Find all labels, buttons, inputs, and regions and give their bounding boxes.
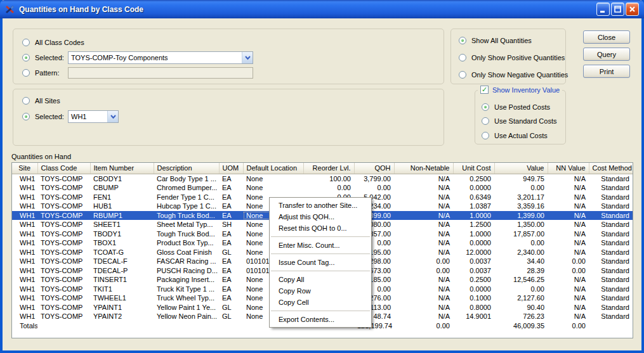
cell[interactable]: N/A (548, 303, 589, 312)
cell[interactable]: TINSERT1 (90, 275, 154, 285)
column-header-cost-method[interactable]: Cost Method (589, 163, 633, 174)
cell[interactable]: WH1 (12, 229, 37, 239)
cell[interactable]: 0.1000 (453, 293, 494, 303)
cell[interactable]: Standard (589, 183, 633, 193)
cell[interactable]: WH1 (12, 248, 37, 257)
radio-icon[interactable] (22, 113, 30, 120)
column-header-reorder-lvl[interactable]: Reorder Lvl. (303, 163, 354, 174)
radio-all-sites[interactable]: All Sites (22, 96, 60, 106)
cell[interactable]: N/A (548, 220, 589, 229)
cell[interactable]: Standard (589, 174, 633, 183)
cell[interactable]: Yellow Paint 1 Ye... (154, 303, 219, 312)
cell[interactable]: EA (219, 183, 243, 193)
radio-icon[interactable] (482, 117, 489, 125)
radio-selected-site[interactable]: Selected: (22, 112, 64, 122)
cell[interactable]: Standard (589, 211, 633, 221)
column-header-site[interactable]: Site (12, 163, 37, 174)
minimize-button[interactable] (596, 3, 610, 16)
cell[interactable]: 0.00 (394, 257, 453, 266)
cell[interactable]: TOYS-COMP (37, 275, 90, 285)
column-header-non-netable[interactable]: Non-Netable (394, 163, 453, 174)
cell[interactable]: WH1 (12, 266, 37, 276)
cell[interactable]: WH1 (12, 211, 37, 221)
cell[interactable]: EA (219, 266, 243, 276)
radio-icon[interactable] (459, 37, 466, 44)
cell[interactable]: 2,127.60 (494, 293, 548, 303)
cell[interactable]: 12.0000 (453, 248, 494, 257)
menu-item-adjust-this-qoh[interactable]: Adjust this QOH... (270, 211, 371, 222)
cell[interactable]: N/A (548, 229, 589, 239)
cell[interactable]: SH (219, 220, 243, 229)
column-header-description[interactable]: Description (154, 163, 219, 174)
radio-show-all-quantities[interactable]: Show All Quantities (459, 35, 532, 46)
cell[interactable]: RBUMP1 (90, 211, 154, 221)
cell[interactable]: N/A (394, 211, 453, 221)
cell[interactable]: TOYS-COMP (37, 266, 90, 276)
cell[interactable]: 0.00 (494, 285, 548, 294)
cell[interactable]: YPAINT1 (90, 303, 154, 312)
radio-pattern[interactable]: Pattern: (22, 68, 60, 78)
cell[interactable]: EA (219, 285, 243, 294)
cell[interactable]: EA (219, 257, 243, 266)
cell[interactable]: TDECAL-P (90, 266, 154, 276)
cell[interactable]: N/A (394, 303, 453, 312)
cell[interactable]: TOYS-COMP (37, 238, 90, 248)
cell[interactable]: EA (219, 211, 243, 221)
radio-icon[interactable] (482, 132, 489, 139)
cell[interactable]: TDECAL-F (90, 257, 154, 266)
cell[interactable]: 0.00 (354, 183, 394, 193)
cell[interactable]: 0.2500 (453, 275, 494, 285)
cell[interactable]: TOYS-COMP (37, 211, 90, 221)
cell[interactable]: 1.2500 (453, 220, 494, 229)
cell[interactable]: N/A (548, 193, 589, 202)
cell[interactable]: N/A (394, 293, 453, 303)
cell[interactable]: TOYS-COMP (37, 220, 90, 229)
maximize-button[interactable] (611, 3, 624, 16)
cell[interactable]: N/A (394, 285, 453, 294)
cell[interactable]: 0.2500 (453, 174, 494, 183)
cell[interactable]: GL (219, 303, 243, 312)
cell[interactable]: 90.40 (494, 303, 548, 312)
query-button[interactable]: Query (583, 48, 630, 61)
menu-item-issue-count-tag[interactable]: Issue Count Tag... (270, 257, 371, 268)
cell[interactable]: FEN1 (90, 193, 154, 202)
cell[interactable]: TOYS-COMP (37, 229, 90, 239)
cell[interactable]: 0.0000 (453, 238, 494, 248)
cell[interactable]: WH1 (12, 193, 37, 202)
cell[interactable]: N/A (394, 312, 453, 321)
radio-icon[interactable] (22, 97, 30, 105)
cell[interactable]: EA (219, 293, 243, 303)
cell[interactable]: WH1 (12, 220, 37, 229)
cell[interactable]: N/A (548, 293, 589, 303)
print-button[interactable]: Print (583, 65, 630, 78)
cell[interactable]: TOYS-COMP (37, 193, 90, 202)
cell[interactable]: SHEET1 (90, 220, 154, 229)
cell[interactable]: N/A (548, 202, 589, 211)
cell[interactable]: EA (219, 238, 243, 248)
menu-item-export-contents[interactable]: Export Contents... (270, 314, 371, 325)
cell[interactable]: 0.00 (394, 266, 453, 276)
radio-icon[interactable] (459, 71, 466, 79)
cell[interactable]: TOYS-COMP (37, 285, 90, 294)
cell[interactable]: 2,340.00 (494, 248, 548, 257)
title-bar[interactable]: Quantities on Hand by Class Code (0, 0, 644, 18)
site-select[interactable]: WH1 (68, 110, 119, 123)
cell[interactable]: TCOAT-G (90, 248, 154, 257)
cell[interactable]: 28.39 (494, 266, 548, 276)
cell[interactable]: TOYS-COMP (37, 174, 90, 183)
cell[interactable]: 0.00 (548, 257, 589, 266)
cell[interactable]: 1.0000 (453, 229, 494, 239)
cell[interactable]: 0.00 (303, 183, 354, 193)
radio-actual-costs[interactable]: Use Actual Costs (482, 131, 548, 141)
cell[interactable]: TOYS-COMP (37, 312, 90, 321)
cell[interactable]: Standard (589, 312, 633, 321)
cell[interactable]: N/A (548, 238, 589, 248)
radio-icon[interactable] (22, 69, 30, 77)
cell[interactable]: 0.00 (494, 238, 548, 248)
cell[interactable]: N/A (548, 183, 589, 193)
cell[interactable]: 3,359.16 (494, 202, 548, 211)
cell[interactable]: 0.0037 (453, 257, 494, 266)
cell[interactable]: HUB1 (90, 202, 154, 211)
cell[interactable]: N/A (394, 183, 453, 193)
column-header-qoh[interactable]: QOH (354, 163, 394, 174)
